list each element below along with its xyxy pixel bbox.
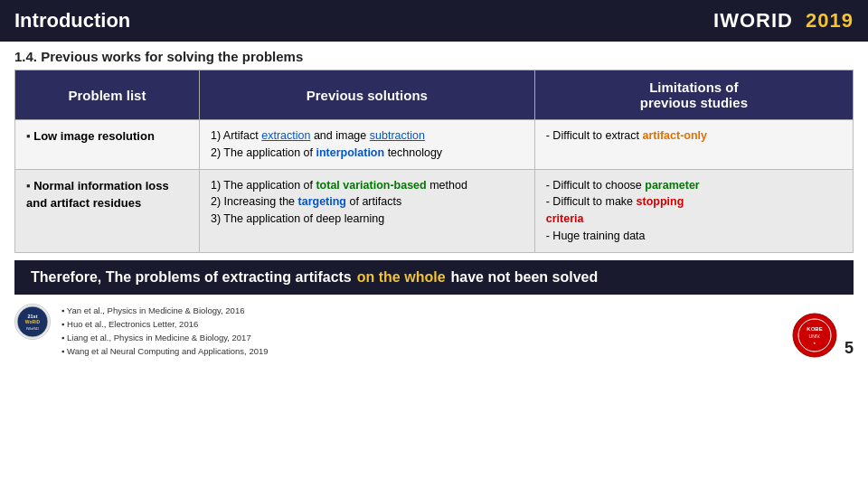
svg-text:WoRiD: WoRiD (25, 319, 41, 324)
highlight-targeting: targeting (298, 195, 346, 208)
ref-2: Huo et al., Electronics Letter, 2016 (61, 317, 269, 331)
table-row: Low image resolution 1) Artifact extract… (15, 120, 854, 170)
comparison-table: Problem list Previous solutions Limitati… (14, 70, 854, 253)
svg-text:IWoRiD: IWoRiD (26, 326, 39, 331)
highlight-stopping: stoppingcriteria (546, 195, 684, 225)
header: Introduction IWORID 2019 (0, 0, 868, 42)
highlight-artifact-only: artifact-only (642, 129, 707, 142)
iworid-small-logo: 21st WoRiD IWoRiD (14, 304, 51, 340)
col-header-limitations: Limitations ofprevious studies (534, 70, 853, 120)
iworid-label: IWORID (713, 9, 793, 33)
limitations-cell-2: - Difficult to choose parameter - Diffic… (534, 169, 853, 252)
footer-right: KOBE UNIV. ★ 5 (792, 313, 854, 358)
solution-2-1: 1) The application of total variation-ba… (211, 177, 524, 194)
limitation-2-3: - Huge training data (546, 228, 842, 245)
limitation-2-2: - Difficult to make stoppingcriteria (546, 193, 842, 228)
svg-text:KOBE: KOBE (807, 326, 822, 332)
section-subtitle: 1.4. Previous works for solving the prob… (0, 42, 868, 70)
solution-1-2: 2) The application of interpolation tech… (211, 145, 524, 162)
ref-4: Wang et al Neural Computing and Applicat… (61, 344, 269, 358)
solution-2-2: 2) Increasing the targeting of artifacts (211, 193, 524, 211)
page-number: 5 (844, 339, 854, 358)
problem-label-2: Normal information loss and artifact res… (26, 177, 188, 212)
banner-highlight: on the whole (357, 269, 446, 286)
svg-text:★: ★ (813, 341, 816, 345)
university-logo: KOBE UNIV. ★ (792, 313, 837, 358)
logo-container: IWORID 2019 (713, 9, 854, 33)
page-title: Introduction (14, 9, 130, 33)
highlight-total-variation: total variation-based (316, 179, 426, 192)
footer: 21st WoRiD IWoRiD Yan et al., Physics in… (0, 298, 868, 362)
highlight-subtraction: subtraction (370, 129, 425, 142)
banner-text-before: Therefore, The problems of extracting ar… (31, 269, 352, 286)
svg-text:UNIV.: UNIV. (809, 333, 821, 339)
logo-separator (797, 9, 802, 33)
highlight-extraction: extraction (261, 129, 310, 142)
limitation-2-1: - Difficult to choose parameter (546, 177, 842, 194)
highlight-parameter: parameter (645, 179, 699, 192)
problem-cell-2: Normal information loss and artifact res… (15, 169, 200, 252)
problem-cell-1: Low image resolution (15, 120, 200, 170)
iworid-year-label: 2019 (806, 9, 854, 33)
ref-1: Yan et al., Physics in Medicine & Biolog… (61, 304, 269, 317)
references-list: Yan et al., Physics in Medicine & Biolog… (61, 304, 269, 359)
footer-left: 21st WoRiD IWoRiD Yan et al., Physics in… (14, 304, 269, 359)
col-header-problem: Problem list (15, 70, 200, 120)
main-table-container: Problem list Previous solutions Limitati… (0, 70, 868, 253)
banner-text-after: have not been solved (451, 269, 599, 286)
col-header-solutions: Previous solutions (199, 70, 534, 120)
limitation-1-1: - Difficult to extract artifact-only (546, 127, 842, 145)
ref-3: Liang et al., Physics in Medicine & Biol… (61, 331, 269, 344)
limitations-cell-1: - Difficult to extract artifact-only (534, 120, 853, 170)
conclusion-banner: Therefore, The problems of extracting ar… (14, 260, 854, 295)
solutions-cell-2: 1) The application of total variation-ba… (199, 169, 534, 252)
highlight-interpolation: interpolation (316, 146, 384, 159)
table-row: Normal information loss and artifact res… (15, 169, 854, 252)
problem-label-1: Low image resolution (26, 129, 155, 143)
solutions-cell-1: 1) Artifact extraction and image subtrac… (199, 120, 534, 170)
solution-2-3: 3) The application of deep learning (211, 211, 524, 228)
solution-1-1: 1) Artifact extraction and image subtrac… (211, 127, 524, 145)
